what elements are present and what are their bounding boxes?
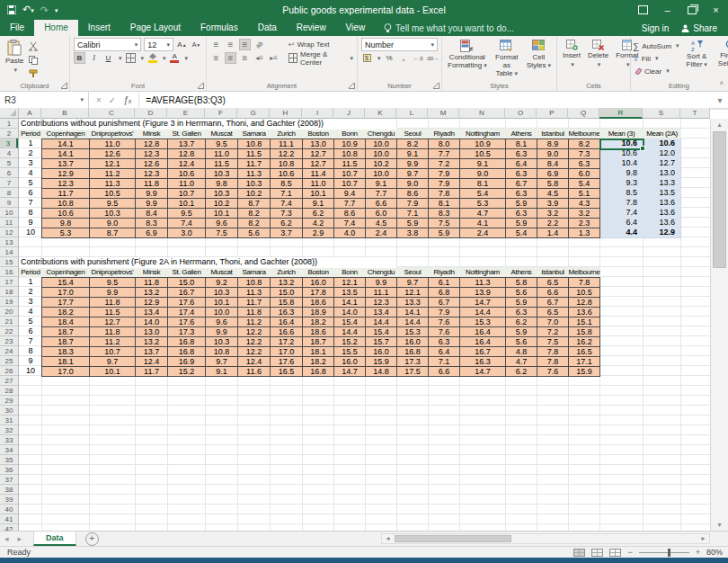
column-header-H[interactable]: H [270, 108, 302, 119]
cell-I26[interactable]: 16.8 [302, 366, 334, 377]
find-select-button[interactable]: Find &Select▾ [715, 38, 728, 76]
share-button[interactable]: Share [681, 23, 717, 33]
tab-data[interactable]: Data [248, 20, 287, 36]
zoom-slider-thumb[interactable] [668, 549, 670, 557]
tab-page-layout[interactable]: Page Layout [120, 20, 191, 36]
row-header-2[interactable]: 2 [0, 129, 18, 139]
paste-button[interactable]: Paste▾ [2, 38, 27, 79]
column-header-E[interactable]: E [167, 108, 205, 119]
italic-button[interactable]: I [88, 52, 100, 64]
column-header-M[interactable]: M [428, 108, 459, 119]
row-header-3[interactable]: 3 [0, 139, 18, 148]
cell-F26[interactable]: 9.1 [205, 366, 238, 377]
column-header-S[interactable]: S [643, 108, 680, 119]
decrease-indent-icon[interactable]: ◂≡ [253, 52, 265, 64]
row-header-4[interactable]: 4 [0, 148, 18, 158]
row-header-29[interactable]: 29 [0, 396, 18, 406]
sheet-tab-data[interactable]: Data [33, 532, 76, 546]
percent-style-icon[interactable]: % [384, 52, 395, 64]
row-header-11[interactable]: 11 [0, 218, 18, 228]
increase-decimal-icon[interactable]: ←.0 [413, 52, 424, 64]
column-header-L[interactable]: L [396, 108, 428, 119]
row-header-5[interactable]: 5 [0, 158, 18, 168]
middle-align-icon[interactable]: ≡ [225, 39, 236, 50]
cell-O26[interactable]: 6.2 [505, 366, 537, 377]
row-header-38[interactable]: 38 [0, 485, 18, 495]
row-header-13[interactable]: 13 [0, 237, 18, 247]
copy-icon[interactable] [27, 54, 39, 66]
cut-icon[interactable] [27, 40, 39, 52]
row-header-8[interactable]: 8 [0, 188, 18, 198]
row-header-18[interactable]: 18 [0, 287, 18, 297]
clear-button[interactable]: Clear▾ [633, 66, 679, 76]
font-color-icon[interactable]: A [169, 52, 181, 64]
table-title-row1[interactable]: Contributions without punishment (Figure… [19, 119, 396, 130]
column-header-A[interactable]: A [19, 108, 41, 119]
increase-font-icon[interactable]: A▲ [176, 39, 188, 50]
align-center-icon[interactable]: ≡ [225, 52, 236, 64]
row-header-23[interactable]: 23 [0, 336, 18, 346]
column-header-B[interactable]: B [41, 108, 89, 119]
row-header-20[interactable]: 20 [0, 307, 18, 317]
cell-A12[interactable]: 10 [19, 228, 42, 238]
customize-qat-icon[interactable]: ▾ [55, 5, 58, 15]
cell-B12[interactable]: 5.3 [41, 228, 90, 238]
cell-H26[interactable]: 16.5 [270, 366, 303, 377]
cell-A26[interactable]: 10 [19, 366, 42, 377]
font-dialog-launcher[interactable] [198, 83, 204, 89]
row-header-16[interactable]: 16 [0, 267, 18, 277]
align-left-icon[interactable]: ≡ [210, 52, 222, 64]
merge-center-button[interactable]: Merge & Center▾ [287, 51, 355, 65]
clipboard-dialog-launcher[interactable] [61, 83, 67, 89]
font-name-select[interactable]: Calibri▾ [74, 38, 141, 51]
cell-styles-button[interactable]: CellStyles▾ [523, 38, 555, 80]
column-header-J[interactable]: J [333, 108, 365, 119]
column-header-O[interactable]: O [505, 108, 537, 119]
row-header-9[interactable]: 9 [0, 198, 18, 208]
tab-formulas[interactable]: Formulas [191, 20, 248, 36]
row-header-35[interactable]: 35 [0, 455, 18, 465]
alignment-dialog-launcher[interactable] [349, 83, 355, 89]
cell-L12[interactable]: 3.8 [396, 228, 429, 238]
new-sheet-icon[interactable]: + [85, 532, 99, 546]
cell-E26[interactable]: 15.2 [167, 366, 206, 377]
cell-O12[interactable]: 5.4 [505, 228, 537, 238]
cell-J26[interactable]: 14.7 [333, 366, 366, 377]
fill-button[interactable]: ⇩Fill▾ [633, 53, 679, 64]
cell-D12[interactable]: 6.9 [135, 228, 168, 238]
cell-K12[interactable]: 2.4 [365, 228, 397, 238]
column-header-P[interactable]: P [537, 108, 568, 119]
vertical-scroll-thumb[interactable] [713, 131, 726, 268]
cell-P26[interactable]: 7.6 [537, 366, 569, 377]
row-header-21[interactable]: 21 [0, 317, 18, 326]
row-header-39[interactable]: 39 [0, 495, 18, 505]
horizontal-scrollbar[interactable]: ◂ ▸ [381, 533, 710, 544]
font-size-select[interactable]: 12▾ [144, 38, 173, 51]
restore-button[interactable] [679, 0, 704, 20]
cell-Q12[interactable]: 1.3 [568, 228, 600, 238]
next-sheet-icon[interactable]: ▸ [13, 534, 27, 543]
number-dialog-launcher[interactable] [433, 83, 439, 89]
column-header-Q[interactable]: Q [568, 108, 599, 119]
column-header-G[interactable]: G [237, 108, 270, 119]
cell-B26[interactable]: 17.0 [41, 366, 90, 377]
scroll-right-icon[interactable]: ▸ [697, 534, 709, 543]
row-header-22[interactable]: 22 [0, 326, 18, 336]
decrease-font-icon[interactable]: A▼ [191, 39, 202, 50]
cell-K26[interactable]: 14.8 [365, 366, 397, 377]
cell-N12[interactable]: 2.4 [459, 228, 506, 238]
row-header-33[interactable]: 33 [0, 435, 18, 445]
row-header-32[interactable]: 32 [0, 425, 18, 435]
cell-E12[interactable]: 3.0 [167, 228, 206, 238]
sort-filter-button[interactable]: AZ Sort &Filter▾ [683, 38, 711, 76]
autosum-button[interactable]: ∑AutoSum▾ [633, 40, 679, 51]
orientation-icon[interactable]: ab [251, 36, 267, 52]
close-button[interactable]: × [704, 0, 728, 20]
cell-M12[interactable]: 5.9 [428, 228, 460, 238]
tab-home[interactable]: Home [34, 20, 78, 36]
borders-icon[interactable] [125, 52, 137, 64]
table-title-row15[interactable]: Contributions with punishment (Figure 2A… [19, 257, 396, 268]
scroll-up-icon[interactable]: ▴ [711, 119, 728, 130]
cell-R12[interactable]: 4.4 [599, 228, 644, 238]
top-align-icon[interactable]: ≡ [210, 39, 222, 50]
